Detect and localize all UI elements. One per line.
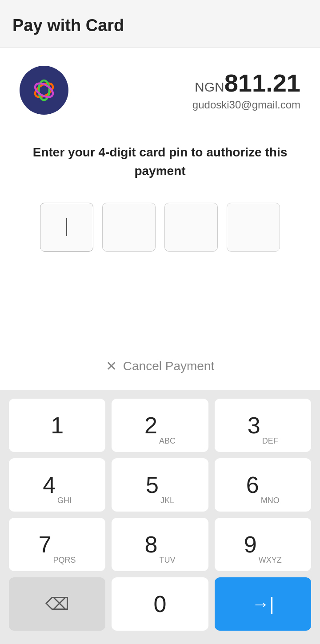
page-title: Pay with Card [12,16,124,35]
pin-box-2[interactable] [102,203,156,252]
key-4[interactable]: 4 GHI [9,458,105,512]
go-arrow-icon: →| [252,594,274,614]
pin-box-4[interactable] [227,203,280,252]
email-display: gudoski30@gmail.com [192,99,300,111]
go-button[interactable]: →| [215,577,311,631]
spacer [12,269,308,342]
cancel-x-icon: ✕ [106,358,117,374]
key-2[interactable]: 2 ABC [112,399,208,452]
key-6[interactable]: 6 MNO [215,458,311,512]
header: Pay with Card [0,0,320,48]
key-9[interactable]: 9 WXYZ [215,518,311,571]
merchant-logo [20,66,68,115]
pin-input-row [12,198,308,269]
pin-box-3[interactable] [164,203,218,252]
key-8[interactable]: 8 TUV [112,518,208,571]
pin-instruction: Enter your 4-digit card pin to authorize… [12,125,308,198]
backspace-icon: ⌫ [45,594,69,614]
keypad: 1 2 ABC 3 DEF 4 GHI 5 JKL 6 MNO 7 PQRS 8… [0,390,320,644]
backspace-button[interactable]: ⌫ [9,577,105,631]
key-3[interactable]: 3 DEF [215,399,311,452]
merchant-row: NGN811.21 gudoski30@gmail.com [12,48,308,125]
key-7[interactable]: 7 PQRS [9,518,105,571]
amount-display: NGN811.21 [192,69,300,97]
key-0[interactable]: 0 [112,577,208,631]
pin-box-1[interactable] [40,203,93,252]
currency-label: NGN [195,80,224,94]
amount-block: NGN811.21 gudoski30@gmail.com [192,69,300,111]
key-5[interactable]: 5 JKL [112,458,208,512]
brand-logo-icon [28,75,60,106]
key-1[interactable]: 1 [9,399,105,452]
main-content: NGN811.21 gudoski30@gmail.com Enter your… [0,48,320,342]
cancel-section[interactable]: ✕ Cancel Payment [0,342,320,390]
cancel-label: Cancel Payment [123,359,214,373]
cursor-icon [66,218,67,236]
